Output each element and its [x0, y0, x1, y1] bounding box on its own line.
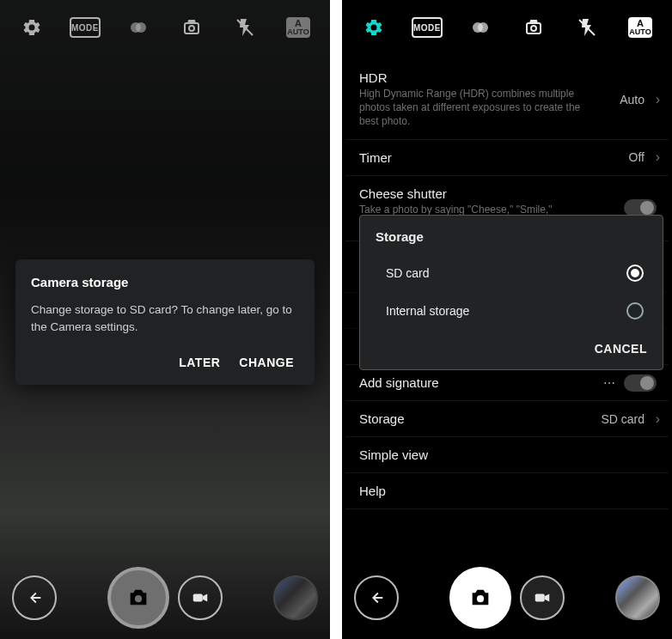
- svg-rect-13: [535, 593, 545, 601]
- left-bottombar: [0, 557, 330, 639]
- row-hdr[interactable]: HDR High Dynamic Range (HDR) combines mu…: [345, 60, 669, 140]
- option-internal-storage[interactable]: Internal storage: [360, 292, 663, 330]
- radio-icon: [626, 265, 644, 282]
- settings-icon[interactable]: [17, 13, 46, 42]
- svg-rect-6: [193, 593, 203, 601]
- video-button[interactable]: [178, 575, 223, 620]
- mode-icon[interactable]: MODE: [70, 13, 100, 42]
- chevron-right-icon: ›: [656, 149, 660, 165]
- dialog-body: Change storage to SD card? To change lat…: [31, 301, 299, 335]
- back-button[interactable]: [354, 575, 399, 620]
- camera-storage-dialog: Camera storage Change storage to SD card…: [15, 259, 315, 385]
- right-topbar: MODE AAUTO: [342, 0, 672, 55]
- auto-icon[interactable]: AAUTO: [626, 13, 655, 42]
- row-storage[interactable]: Storage SD card ›: [345, 401, 669, 437]
- svg-point-8: [478, 22, 488, 33]
- back-button[interactable]: [12, 575, 57, 620]
- mode-icon[interactable]: MODE: [412, 13, 442, 42]
- popover-title: Storage: [360, 216, 663, 254]
- chevron-right-icon: ›: [656, 92, 660, 107]
- switch-camera-icon[interactable]: [519, 13, 548, 42]
- flash-icon[interactable]: [230, 13, 260, 42]
- filter-icon[interactable]: [124, 13, 153, 42]
- svg-point-12: [477, 595, 484, 602]
- radio-icon: [626, 302, 644, 320]
- chevron-right-icon: ›: [656, 411, 660, 427]
- auto-icon[interactable]: AAUTO: [284, 13, 313, 42]
- row-simple[interactable]: Simple view: [345, 437, 669, 473]
- shutter-button[interactable]: [107, 567, 169, 629]
- toggle[interactable]: [624, 374, 657, 392]
- svg-point-3: [189, 26, 194, 31]
- switch-camera-icon[interactable]: [177, 13, 206, 42]
- more-icon[interactable]: ⋯: [603, 376, 617, 390]
- row-help[interactable]: Help: [345, 473, 669, 509]
- settings-icon[interactable]: [359, 13, 388, 42]
- right-bottombar: [342, 557, 672, 639]
- svg-rect-2: [185, 23, 199, 33]
- later-button[interactable]: LATER: [179, 356, 220, 369]
- dialog-actions: LATER CHANGE: [31, 350, 299, 376]
- cancel-button[interactable]: CANCEL: [595, 342, 647, 356]
- dialog-title: Camera storage: [31, 275, 299, 289]
- row-timer[interactable]: Timer Off ›: [345, 140, 669, 176]
- right-screen: MODE AAUTO HDR High Dynamic Range (HDR) …: [342, 0, 672, 639]
- gallery-thumbnail[interactable]: [615, 575, 660, 620]
- storage-popover: Storage SD card Internal storage CANCEL: [359, 215, 663, 370]
- row-signature[interactable]: Add signature ⋯: [345, 365, 669, 401]
- option-sd-card[interactable]: SD card: [360, 254, 663, 292]
- svg-rect-9: [527, 23, 541, 33]
- left-topbar: MODE AAUTO: [0, 0, 330, 55]
- svg-point-10: [531, 26, 536, 31]
- video-button[interactable]: [520, 575, 565, 620]
- gallery-thumbnail[interactable]: [273, 575, 318, 620]
- shutter-button[interactable]: [449, 567, 511, 629]
- svg-point-1: [136, 22, 146, 33]
- filter-icon[interactable]: [466, 13, 495, 42]
- left-screen: MODE AAUTO Camera storage Change storage…: [0, 0, 330, 639]
- popover-actions: CANCEL: [360, 330, 663, 364]
- change-button[interactable]: CHANGE: [239, 356, 294, 369]
- flash-icon[interactable]: [572, 13, 602, 42]
- svg-point-5: [135, 595, 142, 602]
